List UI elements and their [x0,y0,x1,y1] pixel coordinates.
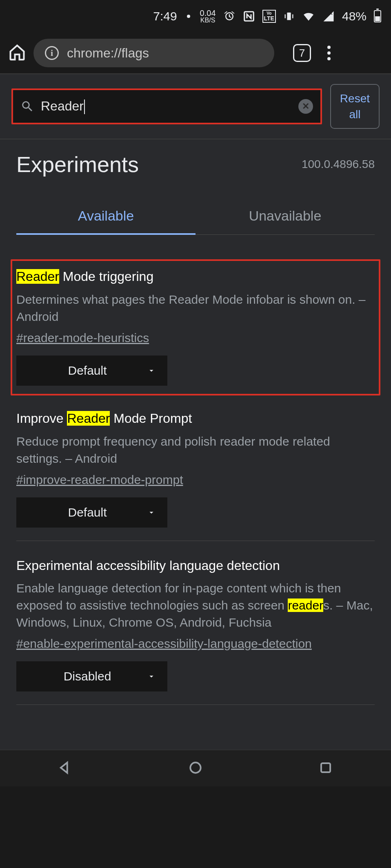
chevron-down-icon [147,366,156,375]
search-value: Reader [41,99,292,115]
highlight: Reader [16,269,59,284]
tab-available[interactable]: Available [16,201,196,234]
back-button[interactable] [58,760,73,777]
flag-select[interactable]: Disabled [16,661,167,691]
flag-item: Improve Reader Mode Prompt Reduce prompt… [16,406,375,541]
flag-title: Improve Reader Mode Prompt [16,410,375,427]
reset-all-button[interactable]: Resetall [330,84,380,129]
svg-rect-4 [321,763,330,772]
recents-button[interactable] [318,760,333,777]
system-navbar [0,750,391,786]
search-input[interactable]: Reader ✕ [11,88,322,124]
clear-icon[interactable]: ✕ [298,99,313,114]
content: Experiments 100.0.4896.58 Available Unav… [0,139,391,750]
page-title: Experiments [16,152,139,177]
flag-item: Experimental accessibility language dete… [16,553,375,705]
wifi-icon [302,10,315,23]
alarm-icon [223,10,235,22]
highlight: Reader [67,411,110,426]
tab-unavailable[interactable]: Unavailable [196,201,375,234]
url-text: chrome://flags [67,46,149,61]
search-row: Reader ✕ Resetall [0,74,391,139]
flag-description: Determines what pages the Reader Mode in… [16,291,375,325]
svg-point-3 [190,762,200,773]
info-icon[interactable]: i [45,46,59,60]
flag-description: Enable language detection for in-page co… [16,580,375,631]
vibrate-icon [283,11,295,22]
flag-id-link[interactable]: #improve-reader-mode-prompt [16,473,183,487]
svg-rect-1 [287,13,291,20]
browser-toolbar: i chrome://flags 7 [0,33,391,73]
flag-id-link[interactable]: #enable-experimental-accessibility-langu… [16,637,312,651]
tab-switcher[interactable]: 7 [293,44,311,62]
chevron-down-icon [147,508,156,517]
url-bar[interactable]: i chrome://flags [33,39,274,67]
flag-description: Reduce prompt frequency and polish reade… [16,433,375,467]
search-icon [20,99,34,113]
svg-text:x: x [329,10,332,16]
home-button[interactable] [188,760,203,777]
battery-percent: 48% [342,9,367,23]
status-time: 7:49 [153,9,177,23]
battery-icon [374,10,381,22]
nfc-icon [243,10,255,22]
flag-select[interactable]: Default [16,356,167,386]
flag-title: Reader Mode triggering [16,268,375,285]
status-left: 7:49 0.04 KB/S Vo LTE x 48% [153,9,381,24]
notification-dot-icon [187,15,190,18]
tabs: Available Unavailable [16,201,375,235]
highlight: reader [288,599,323,612]
flag-id-link[interactable]: #reader-mode-heuristics [16,331,149,345]
flag-select[interactable]: Default [16,497,167,528]
volte-icon: Vo LTE [262,10,276,23]
chevron-down-icon [147,672,156,681]
flag-item: Reader Mode triggering Determines what p… [11,259,380,395]
status-bar: 7:49 0.04 KB/S Vo LTE x 48% [0,0,391,33]
flag-title: Experimental accessibility language dete… [16,557,375,574]
signal-icon: x [322,10,335,22]
version-text: 100.0.4896.58 [302,158,375,171]
page-header: Experiments 100.0.4896.58 [16,152,375,177]
home-icon[interactable] [8,43,26,63]
data-speed: 0.04 KB/S [200,9,216,24]
menu-icon[interactable] [323,46,335,60]
